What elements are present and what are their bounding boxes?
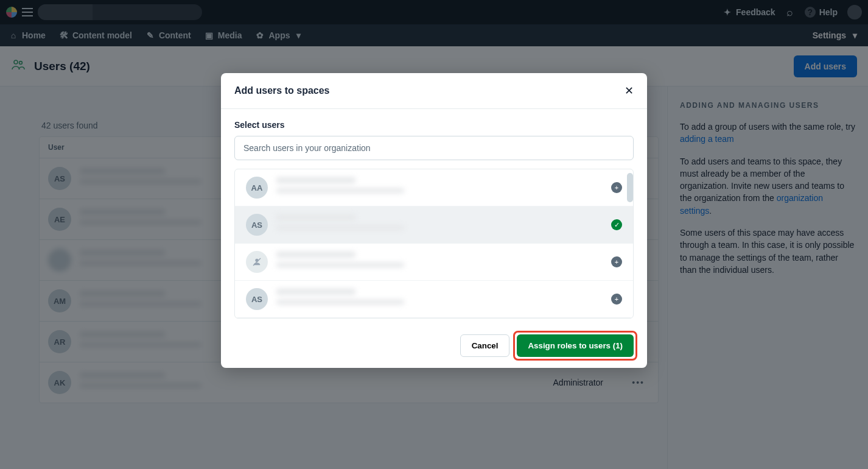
assign-roles-button[interactable]: Assign roles to users (1) [517,334,634,357]
plus-icon: + [611,256,622,267]
avatar: AA [246,177,268,199]
modal-title: Add users to spaces [234,85,330,96]
plus-icon: + [611,182,622,193]
check-icon: ✓ [611,219,622,230]
user-select-list: AA+AS✓+AS+ [234,169,634,319]
close-icon[interactable]: ✕ [625,84,634,97]
user-option[interactable]: + [235,244,633,281]
plus-icon: + [611,294,622,305]
nouser-avatar-icon [246,251,268,273]
avatar: AS [246,288,268,310]
cancel-button[interactable]: Cancel [460,334,510,357]
user-option[interactable]: AA+ [235,169,633,206]
add-users-modal: Add users to spaces ✕ Select users AA+AS… [221,73,647,368]
user-option[interactable]: AS+ [235,281,633,318]
select-users-label: Select users [234,120,634,130]
scrollbar[interactable] [627,173,633,202]
avatar: AS [246,214,268,236]
user-option[interactable]: AS✓ [235,206,633,244]
search-users-input[interactable] [234,136,634,160]
